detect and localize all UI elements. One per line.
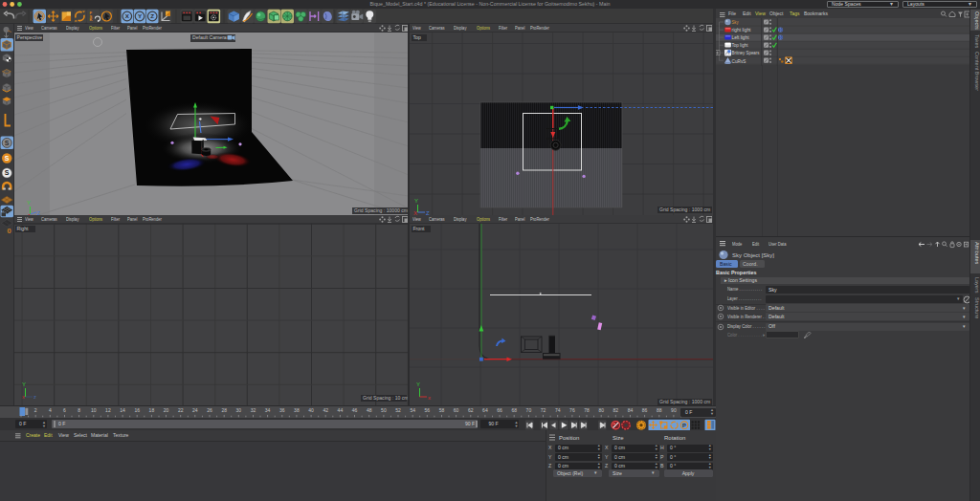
svg-text:K: K <box>90 17 93 22</box>
svg-text:P: P <box>682 423 686 428</box>
svg-text:S: S <box>5 140 10 146</box>
svg-text:Y: Y <box>416 381 420 387</box>
svg-text:x: x <box>22 394 25 400</box>
svg-text:(): () <box>7 227 11 233</box>
svg-text:Left light: Left light <box>732 34 749 40</box>
svg-text:X: X <box>413 210 417 215</box>
svg-text:Y: Y <box>414 198 418 204</box>
svg-text:x: x <box>428 395 431 401</box>
svg-text:CuRvS: CuRvS <box>732 58 746 64</box>
svg-text:S: S <box>5 155 10 162</box>
svg-text:right light: right light <box>732 27 752 33</box>
svg-text:Sky: Sky <box>732 19 739 25</box>
svg-text:S: S <box>5 169 10 176</box>
svg-text:Z: Z <box>426 210 430 216</box>
svg-text:Z: Z <box>150 12 154 19</box>
svg-text:Britney Spears: Britney Spears <box>732 50 760 55</box>
svg-text:z: z <box>33 394 36 400</box>
svg-text:Y: Y <box>27 200 31 206</box>
svg-text:Y: Y <box>22 381 26 387</box>
svg-text:Top light: Top light <box>732 42 748 48</box>
